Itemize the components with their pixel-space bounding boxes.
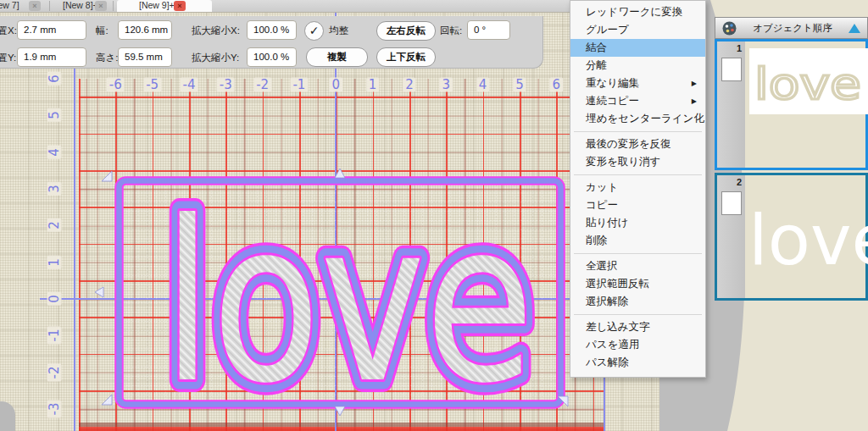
position-y-input[interactable]: 1.9 mm bbox=[17, 47, 86, 67]
menu-item-14[interactable]: 削除 bbox=[570, 232, 705, 250]
rotate-label: 回転: bbox=[440, 25, 462, 37]
love-text-object[interactable]: love love love love bbox=[163, 174, 534, 431]
tab-new8-close-icon[interactable]: × bbox=[95, 1, 107, 11]
scale-x-label: 拡大縮小X: bbox=[192, 25, 240, 37]
flip-vertical-button[interactable]: 上下反転 bbox=[376, 47, 436, 67]
scale-y-label: 拡大縮小Y: bbox=[192, 52, 239, 64]
position-y-label: 位置Y: bbox=[0, 52, 16, 64]
menu-item-18[interactable]: 選択解除 bbox=[570, 293, 705, 311]
height-input[interactable]: 59.5 mm bbox=[118, 47, 172, 67]
menu-item-21[interactable]: パスを適用 bbox=[570, 336, 705, 354]
menu-item-20[interactable]: 差し込み文字 bbox=[570, 318, 705, 336]
object-item-2-text: love bbox=[748, 200, 868, 280]
menu-separator bbox=[570, 171, 705, 179]
object-item-1-strip: 1 bbox=[717, 41, 745, 168]
love-stitch-fill: love bbox=[163, 174, 534, 431]
tab-separator bbox=[49, 1, 50, 11]
menu-item-6[interactable]: 埋めをセンターライン化 bbox=[570, 110, 705, 128]
menu-item-3[interactable]: 分離 bbox=[570, 57, 705, 75]
palette-icon bbox=[722, 21, 737, 36]
tab-new7-close-icon[interactable]: × bbox=[29, 1, 41, 11]
uniform-scale-checkbox[interactable]: ✓ bbox=[304, 21, 324, 41]
menu-item-11[interactable]: カット bbox=[570, 179, 705, 196]
handle-top-left[interactable] bbox=[102, 171, 112, 181]
tab-separator bbox=[113, 1, 114, 11]
menu-separator bbox=[570, 128, 705, 135]
object-item-2-strip: 2 bbox=[717, 175, 745, 298]
panel-title: オブジェクト順序 bbox=[737, 22, 849, 35]
context-menu: レッドワークに変換グループ結合分離重なり編集▶連続コピー▶埋めをセンターライン化… bbox=[570, 0, 706, 378]
menu-item-4[interactable]: 重なり編集▶ bbox=[570, 75, 705, 92]
tab-new7[interactable]: [New 7] bbox=[0, 0, 19, 10]
height-label: 高さ: bbox=[96, 52, 118, 64]
width-label: 幅: bbox=[96, 25, 108, 37]
duplicate-button[interactable]: 複製 bbox=[306, 47, 368, 67]
menu-item-12[interactable]: コピー bbox=[570, 196, 705, 214]
menu-separator bbox=[570, 311, 705, 318]
object-order-header[interactable]: オブジェクト順序 bbox=[715, 17, 868, 39]
object-item-1-color-swatch[interactable] bbox=[721, 58, 742, 81]
menu-item-22[interactable]: パス解除 bbox=[570, 354, 705, 372]
document-tabbar: [New 7] × [New 8]+ × [New 9]+ × bbox=[0, 0, 570, 13]
width-input[interactable]: 120.6 mm bbox=[118, 20, 172, 40]
tab-new9[interactable]: [New 9]+ bbox=[139, 0, 175, 10]
object-item-2-thumbnail: love bbox=[746, 175, 868, 298]
menu-item-9[interactable]: 変形を取り消す bbox=[570, 153, 705, 171]
menu-separator bbox=[570, 250, 705, 257]
object-item-2-number: 2 bbox=[737, 177, 742, 187]
menu-item-0[interactable]: レッドワークに変換 bbox=[570, 3, 705, 21]
scale-x-input[interactable]: 100.0 % bbox=[247, 20, 297, 40]
object-item-2[interactable]: 2 love bbox=[715, 173, 868, 301]
tab-new8[interactable]: [New 8]+ bbox=[63, 0, 98, 10]
object-item-1-number: 1 bbox=[737, 43, 742, 53]
menu-item-13[interactable]: 貼り付け bbox=[570, 214, 705, 232]
object-item-1-text: love bbox=[754, 58, 861, 109]
object-item-2-color-swatch[interactable] bbox=[721, 191, 742, 215]
menu-item-5[interactable]: 連続コピー▶ bbox=[570, 92, 705, 110]
menu-item-1[interactable]: グループ bbox=[570, 21, 705, 39]
tab-new9-close-icon[interactable]: × bbox=[174, 1, 186, 11]
handle-bottom-left[interactable] bbox=[102, 395, 112, 405]
menu-item-8[interactable]: 最後の変形を反復 bbox=[570, 135, 705, 153]
transform-toolbar: 位置X: 2.7 mm 幅: 120.6 mm 拡大縮小X: 100.0 % ✓… bbox=[0, 16, 543, 69]
object-item-1-thumbnail: love bbox=[749, 48, 868, 114]
position-x-input[interactable]: 2.7 mm bbox=[17, 20, 86, 40]
handle-left-middle[interactable] bbox=[95, 287, 103, 297]
uniform-scale-label: 均整 bbox=[329, 25, 348, 37]
flip-horizontal-button[interactable]: 左右反転 bbox=[376, 21, 436, 41]
scale-y-input[interactable]: 100.0 % bbox=[247, 47, 297, 67]
object-order-panel: オブジェクト順序 1 love 2 love bbox=[715, 17, 868, 301]
menu-item-17[interactable]: 選択範囲反転 bbox=[570, 275, 705, 293]
collapse-triangle-icon[interactable] bbox=[849, 24, 860, 33]
submenu-arrow-icon: ▶ bbox=[692, 92, 697, 110]
menu-item-2[interactable]: 結合 bbox=[570, 39, 705, 57]
rotate-input[interactable]: 0 ° bbox=[467, 20, 510, 40]
menu-item-16[interactable]: 全選択 bbox=[570, 257, 705, 275]
app-window: { "tabs": [ {"label": "[New 7]"}, {"labe… bbox=[0, 0, 868, 431]
object-item-1[interactable]: 1 love bbox=[715, 39, 868, 170]
position-x-label: 位置X: bbox=[0, 25, 17, 37]
submenu-arrow-icon: ▶ bbox=[692, 75, 697, 92]
